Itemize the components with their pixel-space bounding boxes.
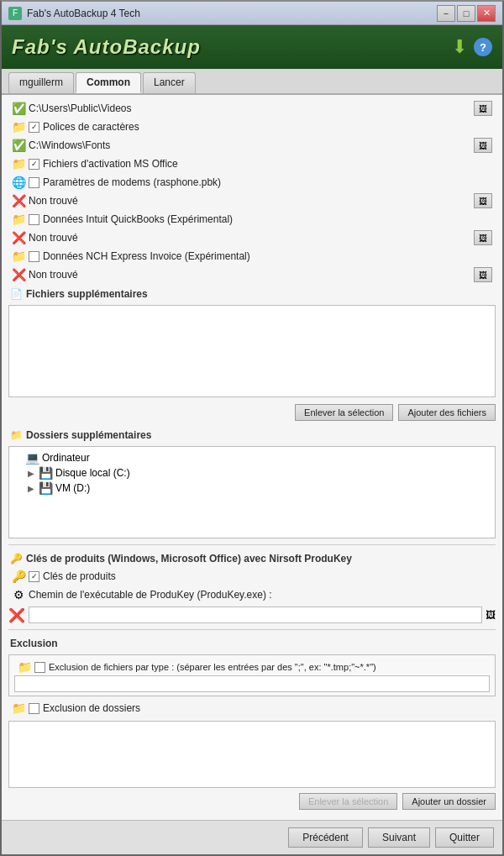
checkbox-modems[interactable] xyxy=(29,177,39,188)
tree-item-c[interactable]: ▶ 💾 Disque local (C:) xyxy=(26,465,491,481)
title-bar-left: F Fab's AutoBackup 4 Tech xyxy=(8,7,140,20)
exclusion-files-input[interactable] xyxy=(14,675,490,692)
main-content: ✅ C:\Users\Public\Videos 🖼 📁 Polices de … xyxy=(2,95,502,820)
maximize-button[interactable]: □ xyxy=(457,5,475,22)
folder-icon: 📁 xyxy=(12,120,25,134)
disk-icon: 💾 xyxy=(39,481,53,495)
produkey-section-label: 🔑 Clés de produits (Windows, Microsoft O… xyxy=(8,549,496,566)
expand-icon[interactable]: ▶ xyxy=(26,468,36,478)
file-icon: 📄 xyxy=(10,288,23,300)
checkbox-quickbooks[interactable] xyxy=(29,214,39,225)
remove-files-button[interactable]: Enlever la sélection xyxy=(295,404,393,421)
browse-button[interactable]: 🖼 xyxy=(474,230,492,245)
header-banner: Fab's AutoBackup ⬇ ? xyxy=(2,25,502,69)
help-button[interactable]: ? xyxy=(474,38,492,56)
key-icon: 🔑 xyxy=(10,553,23,565)
tab-lancer[interactable]: Lancer xyxy=(143,72,196,93)
list-item: 🌐 Paramètres de modems (rasphone.pbk) xyxy=(8,174,496,191)
fichiers-sup-area xyxy=(8,305,496,397)
status-icon-red: ❌ xyxy=(12,268,25,281)
title-bar: F Fab's AutoBackup 4 Tech − □ ✕ xyxy=(2,2,502,25)
divider xyxy=(8,544,496,545)
exclusion-files-label-row: 📁 Exclusion de fichiers par type : (sépa… xyxy=(14,659,490,675)
checkbox-excl-folders[interactable] xyxy=(29,703,39,714)
browse-button[interactable]: 🖼 xyxy=(474,101,492,116)
app-icon: F xyxy=(8,7,22,20)
tree-item-d[interactable]: ▶ 💾 VM (D:) xyxy=(26,481,491,496)
banner-title: Fab's AutoBackup xyxy=(12,35,201,59)
exclusion-buttons: Enlever la sélection Ajouter un dossier xyxy=(8,790,496,813)
disk-icon: 💾 xyxy=(39,466,53,480)
excl-folder-icon: 📁 xyxy=(12,701,25,715)
status-icon-green: ✅ xyxy=(12,102,25,115)
list-item: ✅ C:\Windows\Fonts 🖼 xyxy=(8,137,496,154)
quit-button[interactable]: Quitter xyxy=(435,827,494,848)
list-item: ✅ C:\Users\Public\Videos 🖼 xyxy=(8,100,496,117)
checkbox-msoffice[interactable] xyxy=(29,159,39,170)
dossiers-sup-label: 📁 Dossiers supplémentaires xyxy=(8,426,496,443)
minimize-button[interactable]: − xyxy=(437,5,455,22)
tab-mguillerm[interactable]: mguillerm xyxy=(8,72,74,93)
list-item: ❌ Non trouvé 🖼 xyxy=(8,192,496,209)
footer-buttons: Précédent Suivant Quitter xyxy=(2,820,502,854)
status-icon-green: ✅ xyxy=(12,139,25,152)
list-item: ❌ Non trouvé 🖼 xyxy=(8,229,496,246)
status-icon-red: ❌ xyxy=(12,194,25,207)
error-icon: ❌ xyxy=(8,607,25,623)
list-item: ❌ Non trouvé 🖼 xyxy=(8,266,496,283)
excl-icon: 📁 xyxy=(18,660,31,674)
fichiers-sup-label: 📄 Fichiers supplémentaires xyxy=(8,285,496,302)
computer-icon: 💻 xyxy=(25,451,39,465)
folder-icon: 📁 xyxy=(12,213,25,226)
list-item: 📁 Données Intuit QuickBooks (Expérimenta… xyxy=(8,211,496,228)
browse-produkey-button[interactable]: 🖼 xyxy=(486,609,496,621)
title-bar-controls: − □ ✕ xyxy=(437,5,496,22)
produkey-checkbox-row: 🔑 Clés de produits xyxy=(8,568,496,585)
exclusion-files-section: 📁 Exclusion de fichiers par type : (sépa… xyxy=(8,654,496,696)
produkey-icon: 🔑 xyxy=(12,570,25,583)
produkey-exe-row: ⚙ Chemin de l'exécutable de ProduKey (Pr… xyxy=(8,586,496,603)
folder-icon: 📁 xyxy=(12,249,25,263)
exclusion-folders-row: 📁 Exclusion de dossiers xyxy=(8,700,496,717)
tab-common[interactable]: Common xyxy=(76,72,141,93)
checkbox-produkey[interactable] xyxy=(29,571,39,582)
prev-button[interactable]: Précédent xyxy=(288,827,363,848)
add-exclusion-button[interactable]: Ajouter un dossier xyxy=(402,793,496,810)
expand-icon xyxy=(13,453,23,463)
next-button[interactable]: Suivant xyxy=(368,827,430,848)
exclusion-folders-tree xyxy=(8,721,496,788)
browse-button[interactable]: 🖼 xyxy=(474,138,492,153)
folder-icon: 📁 xyxy=(12,157,25,171)
status-icon-red: ❌ xyxy=(12,231,25,244)
browse-button[interactable]: 🖼 xyxy=(474,193,492,208)
divider xyxy=(8,629,496,630)
list-item: 📁 Polices de caractères xyxy=(8,118,496,135)
globe-icon: 🌐 xyxy=(12,176,25,189)
list-item: 📁 Données NCH Express Invoice (Expérimen… xyxy=(8,248,496,265)
produkey-path-input[interactable] xyxy=(29,607,482,623)
exclusion-section-label: Exclusion xyxy=(8,634,496,651)
remove-exclusion-button[interactable]: Enlever la sélection xyxy=(299,793,397,810)
list-item: 📁 Fichiers d'activation MS Office xyxy=(8,155,496,172)
checkbox-nch[interactable] xyxy=(29,251,39,262)
arrow-icon[interactable]: ⬇ xyxy=(452,36,467,58)
exe-icon: ⚙ xyxy=(12,588,25,601)
browse-button[interactable]: 🖼 xyxy=(474,267,492,282)
banner-icons: ⬇ ? xyxy=(452,36,492,58)
checkbox-polices[interactable] xyxy=(29,122,39,133)
add-files-button[interactable]: Ajouter des fichiers xyxy=(398,404,496,421)
expand-icon[interactable]: ▶ xyxy=(26,483,36,493)
checkbox-excl-files[interactable] xyxy=(34,662,45,673)
main-window: F Fab's AutoBackup 4 Tech − □ ✕ Fab's Au… xyxy=(0,0,504,856)
folder-icon-sup: 📁 xyxy=(10,429,23,441)
window-title: Fab's AutoBackup 4 Tech xyxy=(27,8,140,19)
fichiers-sup-buttons: Enlever la sélection Ajouter des fichier… xyxy=(8,401,496,424)
tree-item-computer[interactable]: 💻 Ordinateur xyxy=(13,450,491,465)
close-button[interactable]: ✕ xyxy=(477,5,496,22)
tabs-bar: mguillerm Common Lancer xyxy=(2,69,502,95)
dossiers-sup-tree: 💻 Ordinateur ▶ 💾 Disque local (C:) ▶ 💾 V… xyxy=(8,446,496,538)
produkey-path-row: ❌ 🖼 xyxy=(8,605,496,625)
